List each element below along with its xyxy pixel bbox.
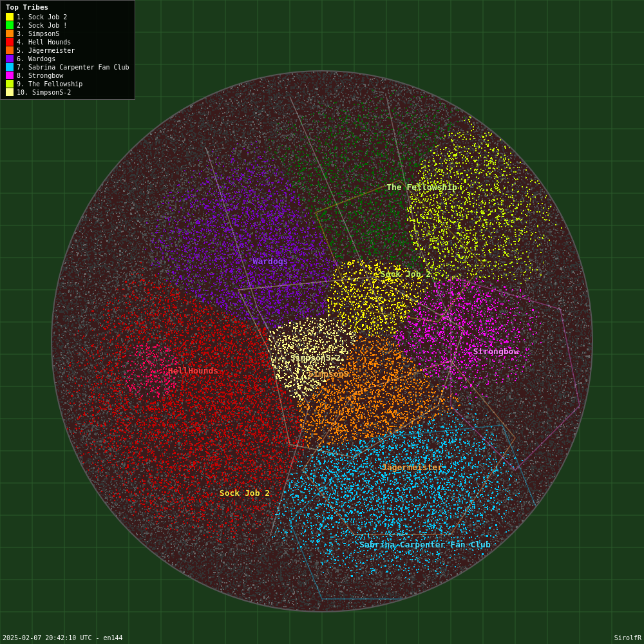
legend-color-swatch — [6, 30, 14, 37]
legend-item: 9. The Fellowship — [6, 80, 129, 88]
legend-item-label: 1. Sock Job 2 — [17, 14, 67, 21]
legend-color-swatch — [6, 88, 14, 96]
legend-items: 1. Sock Job 2 2. Sock Job ! 3. SimpsonS … — [6, 13, 129, 96]
legend-color-swatch — [6, 63, 14, 71]
attribution: SirolfR — [614, 634, 641, 641]
legend-color-swatch — [6, 46, 14, 54]
legend-color-swatch — [6, 55, 14, 62]
legend-item: 1. Sock Job 2 — [6, 13, 129, 21]
legend-item: 7. Sabrina Carpenter Fan Club — [6, 63, 129, 71]
legend-item-label: 8. Strongbow — [17, 72, 63, 79]
legend-item: 5. Jägermeister — [6, 46, 129, 54]
legend-color-swatch — [6, 38, 14, 46]
legend-color-swatch — [6, 21, 14, 29]
legend-item: 2. Sock Job ! — [6, 21, 129, 29]
timestamp: 2025-02-07 20:42:10 UTC - en144 — [3, 634, 123, 641]
legend-item: 4. Hell Hounds — [6, 38, 129, 46]
legend-panel: Top Tribes 1. Sock Job 2 2. Sock Job ! 3… — [0, 0, 135, 100]
legend-item: 8. Strongbow — [6, 71, 129, 79]
legend-item: 3. SimpsonS — [6, 30, 129, 37]
legend-item-label: 3. SimpsonS — [17, 30, 59, 37]
legend-title: Top Tribes — [6, 3, 129, 12]
legend-item-label: 7. Sabrina Carpenter Fan Club — [17, 64, 129, 71]
legend-item: 10. SimpsonS-2 — [6, 88, 129, 96]
legend-color-swatch — [6, 71, 14, 79]
legend-item-label: 2. Sock Job ! — [17, 22, 67, 29]
legend-color-swatch — [6, 13, 14, 21]
legend-item-label: 5. Jägermeister — [17, 47, 75, 54]
legend-item-label: 4. Hell Hounds — [17, 39, 71, 46]
legend-item-label: 10. SimpsonS-2 — [17, 89, 71, 96]
legend-color-swatch — [6, 80, 14, 88]
legend-item-label: 6. Wardogs — [17, 55, 55, 62]
legend-item: 6. Wardogs — [6, 55, 129, 62]
legend-item-label: 9. The Fellowship — [17, 80, 82, 88]
